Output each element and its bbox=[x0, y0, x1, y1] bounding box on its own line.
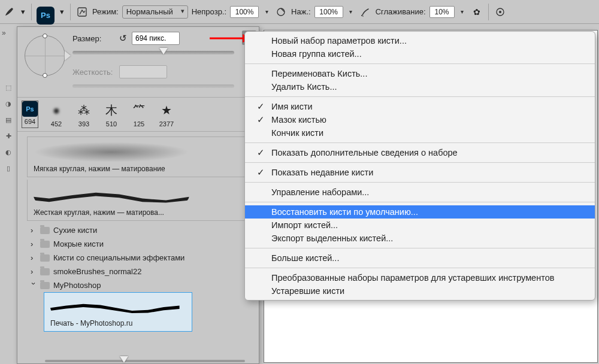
menu-item[interactable]: Мазок кистью bbox=[245, 113, 595, 126]
mode-select[interactable]: Нормальный bbox=[122, 5, 188, 19]
flow-value: 100% bbox=[319, 8, 338, 16]
smoothing-input[interactable]: 10% bbox=[429, 6, 455, 18]
brush-tool-icon[interactable] bbox=[2, 5, 16, 19]
folder-icon bbox=[40, 241, 50, 248]
brush-angle-control[interactable] bbox=[25, 35, 65, 76]
smoothing-value: 10% bbox=[435, 8, 449, 16]
folder-icon bbox=[40, 227, 50, 234]
brush-preview-hard[interactable]: Жесткая круглая, нажим — матирова... bbox=[27, 180, 249, 221]
airbrush-icon[interactable] bbox=[359, 5, 372, 19]
brush-tree: ›Сухие кисти ›Мокрые кисти ›Кисти со спе… bbox=[27, 223, 249, 332]
folder-label: Сухие кисти bbox=[53, 226, 97, 235]
svg-point-1 bbox=[277, 8, 285, 16]
folder-icon bbox=[40, 254, 50, 262]
menu-item[interactable]: Кончик кисти bbox=[245, 126, 595, 139]
smoothing-options-icon[interactable]: ✿ bbox=[470, 5, 483, 19]
menu-item[interactable]: Экспорт выделенных кистей... bbox=[245, 232, 595, 245]
menu-item[interactable]: Удалить Кисть... bbox=[245, 80, 595, 93]
brush-dot-icon: ● bbox=[47, 101, 65, 119]
opacity-label: Непрозр.: bbox=[192, 7, 226, 16]
mode-value: Нормальный bbox=[126, 7, 173, 16]
recent-brush-2[interactable]: ⁂ 393 bbox=[75, 101, 93, 128]
menu-item[interactable]: Переименовать Кисть... bbox=[245, 67, 595, 80]
size-label: Размер: bbox=[72, 34, 114, 43]
folder-icon bbox=[40, 268, 50, 275]
pressure-size-icon[interactable] bbox=[494, 5, 507, 19]
left-flyout-strip: ⬚ ◑ ▤ ✚ ◐ ▯ bbox=[3, 84, 14, 357]
recent-brush-4[interactable]: ⺮ 125 bbox=[130, 101, 148, 128]
menu-separator bbox=[245, 248, 595, 248]
menu-separator bbox=[245, 142, 595, 143]
recent-brushes-row: Ps 694 ● 452 ⁂ 393 ⽊ 510 ⺮ 125 ★ 2377 bbox=[17, 98, 259, 132]
opacity-input[interactable]: 100% bbox=[230, 6, 259, 18]
size-input[interactable] bbox=[132, 32, 180, 45]
flow-input[interactable]: 100% bbox=[314, 6, 343, 18]
panel-collapse-chevron[interactable]: » bbox=[2, 29, 6, 37]
brush-grass-icon: ⺮ bbox=[130, 101, 148, 119]
folder-icon bbox=[40, 282, 50, 289]
menu-separator bbox=[245, 96, 595, 97]
tree-item-wet[interactable]: ›Мокрые кисти bbox=[27, 237, 249, 251]
brush-preview-soft[interactable]: Мягкая круглая, нажим — матирование bbox=[27, 136, 249, 177]
menu-item[interactable]: Импорт кистей... bbox=[245, 219, 595, 232]
menu-item[interactable]: Новый набор параметров кисти... bbox=[245, 34, 595, 47]
brush-size-text: 452 bbox=[51, 120, 62, 128]
brush-picker-dropdown[interactable]: ▾ bbox=[58, 5, 65, 19]
menu-item[interactable]: Больше кистей... bbox=[245, 251, 595, 265]
hardness-label: Жесткость: bbox=[72, 68, 114, 77]
menu-item[interactable]: Показать дополнительные сведения о набор… bbox=[245, 146, 595, 159]
strip-glyph: ◑ bbox=[5, 100, 11, 108]
menu-item[interactable]: Имя кисти bbox=[245, 100, 595, 113]
brush-preview-swatch[interactable]: Ps bbox=[37, 7, 55, 25]
ps-logo-thumb: Ps bbox=[22, 101, 38, 117]
svg-point-5 bbox=[499, 11, 501, 13]
menu-item[interactable]: Устаревшие кисти bbox=[245, 284, 595, 298]
tree-item-smoke[interactable]: ›smokeBrushes_normal22 bbox=[27, 265, 249, 278]
tool-preset-dropdown[interactable]: ▾ bbox=[19, 5, 26, 19]
reset-size-icon[interactable]: ↺ bbox=[119, 33, 127, 44]
strip-glyph: ✚ bbox=[6, 132, 11, 140]
strip-glyph: ▤ bbox=[5, 116, 11, 124]
menu-separator bbox=[245, 162, 595, 163]
strip-glyph: ◐ bbox=[5, 148, 11, 156]
pressure-opacity-icon[interactable] bbox=[274, 5, 288, 19]
menu-item[interactable]: Восстановить кисти по умолчанию... bbox=[245, 205, 595, 219]
hardness-input bbox=[119, 65, 167, 78]
mode-label: Режим: bbox=[92, 7, 119, 16]
tree-item-fx[interactable]: ›Кисти со специальными эффектами bbox=[27, 251, 249, 265]
brush-list: Мягкая круглая, нажим — матирование Жест… bbox=[17, 132, 259, 339]
brush-name-text: Жесткая круглая, нажим — матирова... bbox=[34, 208, 164, 217]
strip-glyph: ⬚ bbox=[5, 84, 11, 92]
smoothing-label: Сглаживание: bbox=[376, 7, 426, 16]
brush-size-text: 125 bbox=[134, 120, 144, 128]
menu-separator bbox=[245, 182, 595, 183]
folder-label: Кисти со специальными эффектами bbox=[53, 253, 184, 262]
tree-item-myps[interactable]: ›MyPhotoshop bbox=[27, 278, 249, 292]
stroke-preview bbox=[50, 298, 182, 317]
recent-brush-3[interactable]: ⽊ 510 bbox=[102, 101, 120, 128]
strip-glyph: ▯ bbox=[7, 165, 10, 172]
recent-brush-0[interactable]: Ps 694 bbox=[22, 101, 38, 128]
brush-preview-selected[interactable]: Печать - MyPhotoshop.ru bbox=[44, 292, 192, 332]
flow-dropdown[interactable]: ▾ bbox=[347, 6, 355, 18]
opacity-value: 100% bbox=[235, 8, 254, 16]
menu-separator bbox=[245, 202, 595, 202]
recent-brush-5[interactable]: ★ 2377 bbox=[158, 101, 176, 128]
folder-label: MyPhotoshop bbox=[53, 281, 101, 290]
size-slider[interactable] bbox=[72, 51, 234, 54]
thumbnail-size-slider[interactable] bbox=[45, 360, 245, 362]
tree-item-dry[interactable]: ›Сухие кисти bbox=[27, 223, 249, 237]
brush-size-text: 393 bbox=[78, 120, 89, 128]
menu-item[interactable]: Показать недавние кисти bbox=[245, 166, 595, 179]
menu-item[interactable]: Преобразованные наборы параметров для ус… bbox=[245, 271, 595, 284]
flow-label: Наж.: bbox=[291, 7, 311, 16]
opacity-dropdown[interactable]: ▾ bbox=[262, 6, 271, 18]
brush-settings-icon[interactable] bbox=[75, 5, 89, 19]
menu-item[interactable]: Новая группа кистей... bbox=[245, 47, 595, 60]
svg-rect-0 bbox=[78, 8, 86, 16]
smoothing-dropdown[interactable]: ▾ bbox=[458, 6, 467, 18]
recent-brush-1[interactable]: ● 452 bbox=[47, 101, 65, 128]
menu-item[interactable]: Управление наборами... bbox=[245, 186, 595, 199]
brush-name-text: Печать - MyPhotoshop.ru bbox=[50, 319, 132, 327]
brush-name-text: Мягкая круглая, нажим — матирование bbox=[34, 165, 165, 173]
